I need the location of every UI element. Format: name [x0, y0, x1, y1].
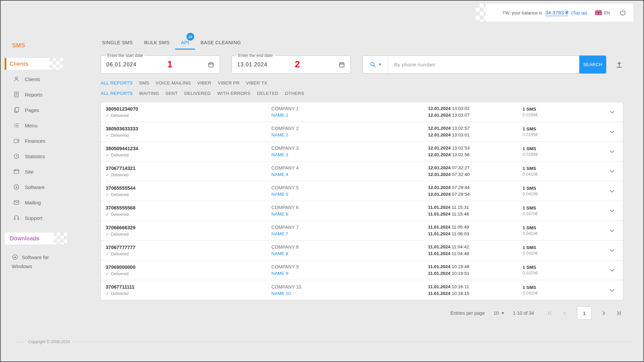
phone-column: 37067714321 ✓Delivered — [106, 166, 271, 177]
timestamps: 11.01.2024 11:15:31 11.01.2024 11:15:46 — [428, 204, 490, 217]
sidebar-item-reports[interactable]: Reports — [1, 87, 89, 102]
topup-link[interactable]: (Top up) — [571, 10, 587, 15]
sender-name-link[interactable]: NAME 2 — [271, 132, 288, 137]
expand-row-button[interactable] — [606, 247, 618, 254]
sender-name-link[interactable]: NAME 10 — [271, 291, 291, 296]
sidebar-item-support[interactable]: Support — [1, 210, 89, 226]
sidebar-item-menu[interactable]: Menu — [1, 118, 89, 133]
filter-voice-mailing[interactable]: VOICE MAILING — [156, 80, 191, 85]
sender-name-link[interactable]: NAME 5 — [271, 192, 288, 197]
end-date-field[interactable]: Enter the end date 13.01.2024 2 — [231, 55, 351, 74]
start-date-field[interactable]: Enter the start date 06.01.2024 1 — [101, 55, 220, 74]
chevron-down-icon — [608, 227, 616, 234]
report-row[interactable]: 37065555568 ✓Delivered COMPANY 6 NAME 6 … — [101, 201, 623, 221]
tab-api[interactable]: API 34 — [175, 34, 195, 50]
sidebar-item-pages[interactable]: Pages — [1, 102, 89, 118]
tab-bulk-sms[interactable]: BULK SMS — [139, 34, 175, 50]
sidebar-item-site[interactable]: Site — [1, 164, 89, 179]
sender-name-link[interactable]: NAME 1 — [271, 113, 288, 118]
sms-column: 1 SMS 0.0370€ — [490, 205, 606, 216]
filter-sms[interactable]: SMS — [139, 80, 149, 85]
footer-divider-line — [74, 342, 633, 342]
sender-name-link[interactable]: NAME 7 — [271, 231, 288, 236]
report-row[interactable]: 37067714321 ✓Delivered COMPANY 4 NAME 4 … — [101, 162, 623, 181]
sidebar-item-mailing[interactable]: Mailing — [1, 195, 89, 210]
language-selector[interactable]: EN — [595, 10, 610, 15]
tab-base-cleaning[interactable]: BASE CLEANING — [195, 34, 247, 50]
report-row[interactable]: 37069000000 ✓Delivered COMPANY 9 NAME 9 … — [101, 260, 623, 280]
calendar-icon[interactable] — [338, 61, 345, 68]
filter-viber[interactable]: VIBER — [197, 80, 211, 85]
phone-column: 37067777777 ✓Delivered — [106, 245, 271, 256]
first-page-button[interactable] — [547, 310, 553, 316]
expand-row-button[interactable] — [606, 266, 618, 274]
phone-column: 37069000000 ✓Delivered — [106, 264, 271, 276]
sidebar-nav: Clients Reports Pages Menu — [1, 71, 89, 226]
filter-all-reports[interactable]: ALL REPORTS — [101, 80, 133, 85]
expand-row-button[interactable] — [606, 207, 618, 215]
search-type-dropdown[interactable] — [363, 56, 388, 73]
sidebar-section-clients[interactable]: Clients — [5, 58, 50, 70]
topbar-account-area: TW, your balance is 34.3783 ₴ (Top up) E… — [486, 4, 633, 22]
sender-name-link[interactable]: NAME 6 — [271, 212, 288, 217]
expand-row-button[interactable] — [606, 187, 618, 195]
pagination-range: 1-10 of 34 — [513, 310, 534, 316]
export-button[interactable] — [615, 61, 623, 69]
filter-viber-pr[interactable]: VIBER PR — [218, 80, 239, 85]
logout-button[interactable] — [619, 9, 627, 16]
start-date-value[interactable]: 06.01.2024 — [106, 62, 137, 68]
company-label: COMPANY 3 — [271, 145, 428, 151]
filter-status-with-errors[interactable]: WITH ERRORS — [217, 91, 250, 96]
sidebar-item-clients[interactable]: Clients — [1, 71, 89, 87]
sender-name-link[interactable]: NAME 9 — [271, 271, 288, 276]
tab-single-sms[interactable]: SINGLE SMS — [96, 34, 139, 50]
expand-row-button[interactable] — [606, 148, 618, 155]
search-input[interactable] — [388, 56, 579, 73]
report-row[interactable]: 37067777777 ✓Delivered COMPANY 8 NAME 8 … — [101, 241, 623, 260]
sidebar-item-software[interactable]: Software — [1, 179, 89, 195]
sms-count: 1 SMS — [523, 126, 606, 131]
sidebar-section-sms[interactable]: SMS — [12, 42, 25, 49]
search-button[interactable]: SEARCH — [579, 56, 606, 73]
expand-row-button[interactable] — [606, 287, 618, 294]
sidebar-item-finances[interactable]: Finances — [1, 133, 89, 148]
check-icon: ✓ — [106, 192, 109, 197]
filter-status-delivered[interactable]: DELIVERED — [184, 91, 211, 96]
report-row[interactable]: 380509441234 ✓Delivered COMPANY 3 NAME 3… — [101, 142, 623, 162]
phone-number: 37065555544 — [106, 185, 271, 191]
calendar-icon[interactable] — [208, 61, 214, 68]
sender-name-link[interactable]: NAME 4 — [271, 172, 288, 177]
filter-status-deleted[interactable]: DELETED — [257, 91, 278, 96]
phone-column: 37067711111 ✓Delivered — [106, 284, 271, 296]
filter-status-sent[interactable]: SENT — [165, 91, 178, 96]
entries-per-page-dropdown[interactable]: 10 — [493, 310, 504, 316]
filter-status-others[interactable]: OTHERS — [285, 91, 304, 96]
sidebar-item-software-for-windows[interactable]: Software for Windows — [12, 253, 65, 271]
report-row[interactable]: 37065555544 ✓Delivered COMPANY 5 NAME 5 … — [101, 181, 623, 201]
report-row[interactable]: 37066666329 ✓Delivered COMPANY 7 NAME 7 … — [101, 221, 623, 241]
sender-name-link[interactable]: NAME 3 — [271, 152, 288, 157]
last-page-button[interactable] — [615, 310, 622, 316]
sms-count: 1 SMS — [523, 245, 606, 250]
sidebar-section-downloads[interactable]: Downloads — [5, 233, 54, 244]
main-content: SINGLE SMS BULK SMS API 34 BASE CLEANING… — [101, 34, 623, 320]
report-row[interactable]: 380501234070 ✓Delivered COMPANY 1 NAME 1… — [101, 102, 623, 122]
company-label: COMPANY 7 — [271, 225, 428, 230]
filter-status-waiting[interactable]: WAITING — [139, 91, 159, 96]
previous-page-button[interactable] — [562, 310, 568, 316]
report-row[interactable]: 380503633333 ✓Delivered COMPANY 2 NAME 2… — [101, 122, 623, 142]
report-row[interactable]: 37067711111 ✓Delivered COMPANY 10 NAME 1… — [101, 280, 623, 300]
expand-row-button[interactable] — [606, 128, 618, 135]
sender-name-link[interactable]: NAME 8 — [271, 251, 288, 256]
balance-amount-link[interactable]: 34.3783 ₴ — [545, 10, 568, 16]
expand-row-button[interactable] — [606, 168, 618, 175]
current-page-input[interactable]: 1 — [577, 306, 592, 320]
end-date-value[interactable]: 13.01.2024 — [237, 62, 267, 68]
filter-status-all[interactable]: ALL REPORTS — [101, 91, 133, 96]
expand-row-button[interactable] — [606, 227, 618, 234]
filter-viber-tx[interactable]: VIBER TX — [246, 80, 267, 85]
timestamps: 12.01.2024 13:03:02 12.01.2024 13:03:07 — [428, 105, 490, 118]
next-page-button[interactable] — [600, 310, 607, 316]
expand-row-button[interactable] — [606, 108, 618, 116]
sidebar-item-statistics[interactable]: Statistics — [1, 148, 89, 164]
